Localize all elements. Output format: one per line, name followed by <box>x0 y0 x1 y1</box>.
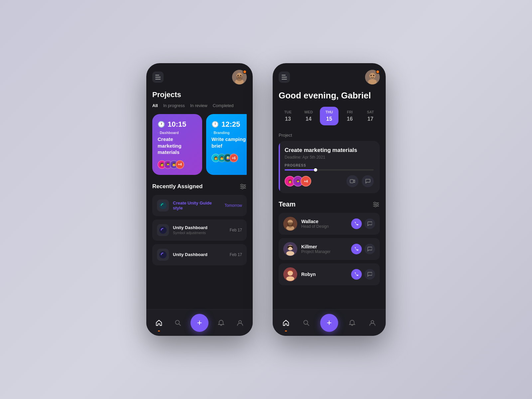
task-info-2: Unity Dashboard Symbol adjustments <box>173 225 226 235</box>
call-killmer-button[interactable] <box>351 244 362 254</box>
card-avatars-2: 👩 👨 👩‍🦳 +6 <box>211 154 247 162</box>
cal-num-sat: 17 <box>367 116 373 122</box>
notification-dot <box>243 70 247 74</box>
cal-num-thu: 15 <box>326 116 332 122</box>
card-title-1: Create marketing materials <box>158 136 197 156</box>
task-name-2: Unity Dashboard <box>173 225 226 230</box>
message-robyn-button[interactable] <box>364 269 375 280</box>
svg-rect-22 <box>350 180 353 183</box>
task-item-1[interactable]: Create Unity Guide style Tomorrow <box>152 195 247 216</box>
cal-day-sat[interactable]: SAT 17 <box>361 107 380 125</box>
user-avatar[interactable] <box>232 70 247 84</box>
svg-point-21 <box>373 75 374 76</box>
card-title-2: Write camping brief <box>211 136 247 149</box>
right-menu-icon <box>282 75 287 79</box>
svg-point-20 <box>370 75 372 76</box>
member-info-robyn: Robyn <box>301 272 347 277</box>
svg-point-13 <box>159 251 167 258</box>
task-icon-2 <box>157 224 169 236</box>
cal-day-thu[interactable]: THU 15 <box>320 107 338 125</box>
avatar-count-1: +4 <box>176 160 184 169</box>
project-card-dashboard[interactable]: 🕐 10:15 · Dashboard Create marketing mat… <box>152 114 202 175</box>
tab-in-review[interactable]: In review <box>190 103 207 108</box>
projects-title: Projects <box>152 90 247 99</box>
cal-label-thu: THU <box>326 110 333 114</box>
cal-label-sat: SAT <box>367 110 374 114</box>
member-avatar-robyn <box>283 267 297 281</box>
cal-label-wed: WED <box>304 110 313 114</box>
tab-in-progress[interactable]: In progress <box>163 103 185 108</box>
cal-day-fri[interactable]: FRI 16 <box>340 107 359 125</box>
right-nav-search[interactable] <box>300 317 312 329</box>
team-title: Team <box>279 200 296 208</box>
card-category-1: Dashboard <box>160 131 179 135</box>
tab-completed[interactable]: Completed <box>213 103 234 108</box>
right-nav-home[interactable] <box>280 317 292 329</box>
project-detail-card[interactable]: Create marketing materials Deadline: Apr… <box>279 141 380 193</box>
svg-point-34 <box>286 251 294 256</box>
left-phone: Projects All In progress In review Compl… <box>146 63 253 336</box>
svg-point-12 <box>159 226 167 234</box>
tab-all[interactable]: All <box>152 103 158 108</box>
project-footer: 👩 👩‍🦱 +4 <box>285 175 374 187</box>
progress-bar <box>285 169 374 171</box>
right-menu-button[interactable] <box>279 71 290 83</box>
cal-num-wed: 14 <box>306 116 312 122</box>
cal-day-wed[interactable]: WED 14 <box>299 107 318 125</box>
cal-num-tue: 13 <box>285 116 291 122</box>
right-notification-dot <box>376 70 380 74</box>
svg-point-9 <box>244 186 245 187</box>
task-icon-1 <box>157 200 169 211</box>
card-time-1: 10:15 <box>168 120 186 129</box>
project-team-avatars: 👩 👩‍🦱 +4 <box>285 176 311 187</box>
card-avatars-1: 👩 👩‍🦱 👨 +4 <box>158 160 197 169</box>
nav-add[interactable]: + <box>191 314 208 332</box>
svg-point-10 <box>242 187 243 189</box>
member-avatar-wallace <box>283 217 297 231</box>
project-card-branding[interactable]: 🕛 12:25 · Branding Write camping brief 👩… <box>206 114 247 175</box>
team-member-robyn: Robyn <box>279 263 380 285</box>
nav-search[interactable] <box>172 317 184 329</box>
member-role-killmer: Project Manager <box>301 249 347 254</box>
filter-icon[interactable] <box>239 183 247 190</box>
nav-bell[interactable] <box>215 317 227 329</box>
cal-label-fri: FRI <box>347 110 353 114</box>
task-sub-2: Symbol adjustments <box>173 231 226 235</box>
right-bottom-nav: + <box>273 309 386 336</box>
menu-button[interactable] <box>152 71 164 83</box>
right-nav-add[interactable]: + <box>320 314 338 332</box>
message-killmer-button[interactable] <box>364 244 375 254</box>
task-item-3[interactable]: Unity Dashboard Feb 17 <box>152 244 247 265</box>
member-name-killmer: Killmer <box>301 244 347 249</box>
svg-point-40 <box>371 321 374 323</box>
task-date-2: Feb 17 <box>230 228 242 232</box>
left-bottom-nav: + <box>146 309 253 336</box>
right-phone: Good evening, Gabriel TUE 13 WED 14 THU … <box>273 63 386 336</box>
cal-day-tue[interactable]: TUE 13 <box>279 107 297 125</box>
nav-home[interactable] <box>153 317 165 329</box>
message-wallace-button[interactable] <box>364 218 375 229</box>
right-nav-profile[interactable] <box>366 317 378 329</box>
right-nav-bell[interactable] <box>346 317 358 329</box>
project-section-label: Project <box>279 133 380 138</box>
proj-avatar-count: +4 <box>301 176 311 187</box>
menu-icon <box>155 75 161 79</box>
svg-point-26 <box>374 202 376 203</box>
team-filter-icon[interactable] <box>372 201 380 208</box>
svg-point-19 <box>368 79 377 84</box>
nav-profile[interactable] <box>234 317 246 329</box>
svg-point-16 <box>239 321 241 323</box>
member-actions-wallace <box>351 218 375 229</box>
progress-label: PROGRESS <box>285 164 374 167</box>
svg-point-27 <box>377 203 378 205</box>
video-call-button[interactable] <box>346 175 358 187</box>
call-wallace-button[interactable] <box>351 218 362 229</box>
right-header <box>279 70 380 84</box>
chat-button[interactable] <box>362 175 374 187</box>
right-user-avatar[interactable] <box>365 70 380 84</box>
card-time-2: 12:25 <box>221 120 240 129</box>
card-category-2: Branding <box>213 131 229 135</box>
call-robyn-button[interactable] <box>351 269 362 280</box>
task-item-2[interactable]: Unity Dashboard Symbol adjustments Feb 1… <box>152 219 247 241</box>
task-date-3: Feb 17 <box>230 252 242 257</box>
